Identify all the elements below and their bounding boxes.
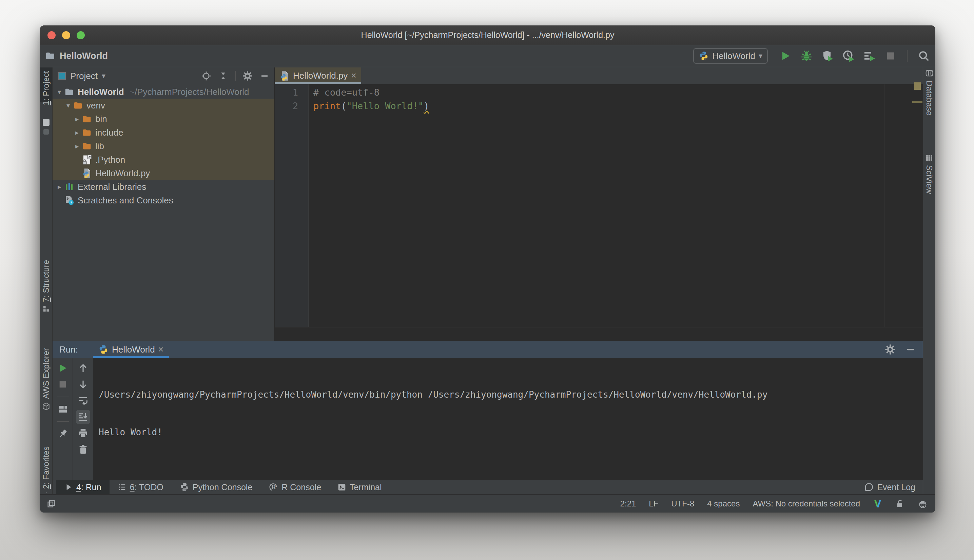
tab-todo[interactable]: 6: TODO xyxy=(110,480,172,495)
gear-icon[interactable] xyxy=(242,71,253,81)
todo-list-icon xyxy=(118,483,127,492)
stripe-button-icon[interactable] xyxy=(43,129,49,135)
warning-stripe-mark[interactable] xyxy=(912,102,922,103)
up-stack-trace-button[interactable] xyxy=(78,363,88,373)
inspection-profile-icon[interactable] xyxy=(918,498,928,509)
tree-item-label: lib xyxy=(95,141,104,152)
close-icon[interactable]: × xyxy=(351,70,357,81)
tree-item-lib[interactable]: ▸ lib xyxy=(53,139,274,153)
v-plugin-icon[interactable] xyxy=(873,499,882,508)
sidebar-item-aws-explorer[interactable]: AWS Explorer xyxy=(40,348,52,431)
database-stripe-label: Database xyxy=(924,81,934,116)
toggle-tool-window-bars-button[interactable] xyxy=(46,498,56,509)
sidebar-item-project[interactable]: 1: Project xyxy=(40,67,52,102)
project-folder-icon xyxy=(45,50,56,62)
tab-helloworld-py[interactable]: HelloWorld.py × xyxy=(275,67,361,84)
event-log-bubble-icon xyxy=(864,482,874,492)
paren-warning-token: ) xyxy=(424,101,429,111)
sidebar-item-database[interactable]: Database xyxy=(923,69,935,141)
sidebar-item-favorites[interactable]: 2: Favorites xyxy=(40,447,52,493)
code-content[interactable]: # code=utf-8print("Hello World!") xyxy=(309,84,923,327)
main-toolbar: HelloWorld HelloWorld ▾ xyxy=(40,45,935,67)
tab-run[interactable]: 4: Run xyxy=(56,480,110,495)
r-console-label: R Console xyxy=(282,482,321,492)
chevron-down-icon[interactable]: ▾ xyxy=(102,72,105,80)
event-log-button[interactable]: Event Log xyxy=(864,482,915,492)
pin-tab-button[interactable] xyxy=(57,428,68,439)
chevron-right-icon[interactable]: ▸ xyxy=(72,128,82,137)
folder-icon xyxy=(64,87,74,97)
run-console-output[interactable]: /Users/zhiyongwang/PycharmProjects/Hello… xyxy=(93,358,923,480)
minimize-window-button[interactable] xyxy=(62,31,70,39)
tree-item-include[interactable]: ▸ include xyxy=(53,126,274,139)
tree-item-external-libraries[interactable]: ▸ External Libraries xyxy=(53,180,274,193)
search-everywhere-button[interactable] xyxy=(918,50,930,62)
title-bar[interactable]: HelloWorld [~/PycharmProjects/HelloWorld… xyxy=(40,25,935,45)
stripe-button-icon[interactable] xyxy=(43,119,50,126)
encoding-indicator[interactable]: UTF-8 xyxy=(671,499,694,508)
sidebar-item-structure[interactable]: 7: Structure xyxy=(40,260,52,335)
chevron-down-icon[interactable]: ▾ xyxy=(55,88,64,96)
restore-layout-button[interactable] xyxy=(57,404,68,415)
locate-file-button[interactable] xyxy=(201,71,211,81)
run-configuration-selector[interactable]: HelloWorld ▾ xyxy=(693,48,768,64)
inspection-status-marker[interactable] xyxy=(914,82,921,90)
editor-scroll-strip[interactable] xyxy=(275,327,923,341)
chevron-right-icon[interactable]: ▸ xyxy=(55,183,64,191)
tree-item-label: HelloWorld.py xyxy=(95,168,150,178)
python-icon xyxy=(699,51,709,61)
play-outline-icon xyxy=(64,483,73,492)
caret-position[interactable]: 2:21 xyxy=(620,499,636,508)
close-icon[interactable]: × xyxy=(158,344,164,355)
down-stack-trace-button[interactable] xyxy=(78,379,88,390)
comment-token: # code=utf-8 xyxy=(314,87,380,98)
tab-terminal[interactable]: Terminal xyxy=(329,480,390,495)
sidebar-item-sciview[interactable]: SciView xyxy=(923,154,935,217)
line-ending-indicator[interactable]: LF xyxy=(649,499,658,508)
scroll-to-end-button[interactable] xyxy=(76,410,90,424)
soft-wrap-button[interactable] xyxy=(78,395,88,406)
tab-r-console[interactable]: R Console xyxy=(260,480,329,495)
print-button[interactable] xyxy=(78,428,88,438)
rerun-button[interactable] xyxy=(57,363,68,373)
hide-panel-button[interactable] xyxy=(905,344,916,355)
python-file-icon xyxy=(82,168,92,178)
code-editor[interactable]: 1 2 # code=utf-8print("Hello World!") xyxy=(275,84,923,327)
tab-label: HelloWorld.py xyxy=(293,70,348,81)
right-margin-guide xyxy=(884,84,884,327)
chevron-down-icon[interactable]: ▾ xyxy=(63,102,73,110)
line-number: 1 xyxy=(275,86,298,99)
clear-console-button[interactable] xyxy=(78,444,88,455)
close-window-button[interactable] xyxy=(47,31,56,39)
chevron-right-icon[interactable]: ▸ xyxy=(72,115,82,123)
excluded-folder-block: ▾ venv ▸ bin ▸ xyxy=(53,98,274,180)
tab-python-console[interactable]: Python Console xyxy=(172,480,261,495)
scratches-icon xyxy=(64,195,74,205)
header-divider xyxy=(235,71,236,81)
tree-item-helloworld-root[interactable]: ▾ HelloWorld ~/PycharmProjects/HelloWorl… xyxy=(53,85,274,98)
aws-credentials-indicator[interactable]: AWS: No credentials selected xyxy=(752,499,860,508)
run-with-coverage-button[interactable] xyxy=(821,50,834,62)
right-tool-window-stripe: Database SciView xyxy=(923,67,935,494)
run-button[interactable] xyxy=(779,50,792,62)
window-title: HelloWorld [~/PycharmProjects/HelloWorld… xyxy=(40,25,935,45)
tree-item-bin[interactable]: ▸ bin xyxy=(53,112,274,126)
tree-item-venv[interactable]: ▾ venv xyxy=(53,98,274,112)
lock-icon[interactable] xyxy=(895,499,905,508)
debug-button[interactable] xyxy=(801,50,812,62)
collapse-all-button[interactable] xyxy=(218,71,228,81)
indent-indicator[interactable]: 4 spaces xyxy=(707,499,740,508)
run-mnemonic: 4 xyxy=(76,482,81,492)
profile-button[interactable] xyxy=(842,50,855,62)
run-tab-helloworld[interactable]: HelloWorld × xyxy=(93,341,169,358)
project-panel-title[interactable]: Project xyxy=(70,71,98,82)
tree-item-helloworld-py[interactable]: HelloWorld.py xyxy=(53,167,274,180)
hide-panel-button[interactable] xyxy=(259,71,270,81)
zoom-window-button[interactable] xyxy=(77,31,85,39)
tree-item-scratches[interactable]: Scratches and Consoles xyxy=(53,193,274,207)
toolbar-divider xyxy=(57,397,69,397)
chevron-right-icon[interactable]: ▸ xyxy=(72,142,82,150)
tree-item-dot-python[interactable]: .Python xyxy=(53,153,274,167)
concurrency-diagram-button[interactable] xyxy=(864,50,876,62)
gear-icon[interactable] xyxy=(885,344,896,355)
